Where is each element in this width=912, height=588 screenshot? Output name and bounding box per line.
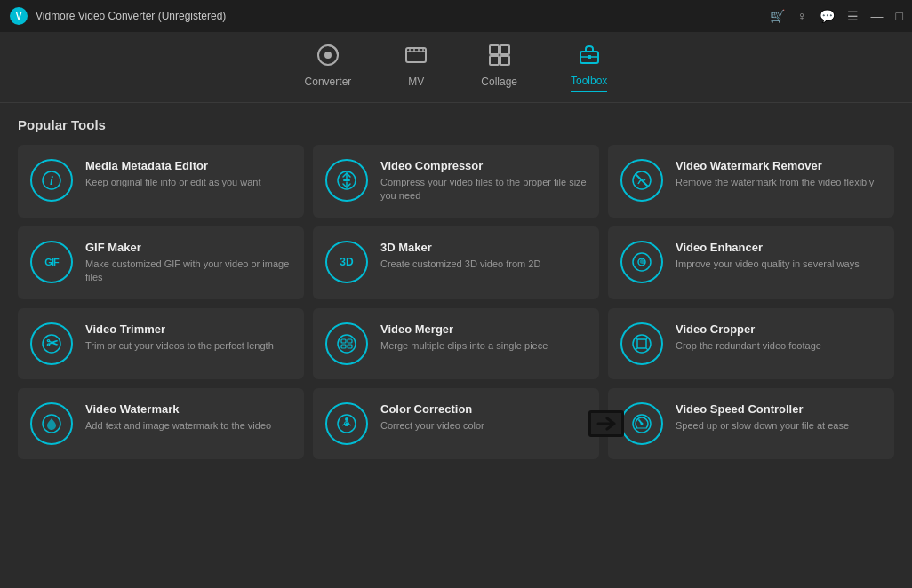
color-correction-text: Color Correction Correct your video colo… (380, 402, 484, 433)
app-logo-icon: V (9, 6, 28, 26)
section-title: Popular Tools (18, 117, 894, 132)
video-compressor-icon (325, 159, 368, 202)
tool-card-video-compressor[interactable]: Video Compressor Compress your video fil… (313, 145, 599, 218)
tool-card-video-enhancer[interactable]: Video Enhancer Improve your video qualit… (608, 226, 894, 299)
video-trimmer-icon: ✂ (30, 322, 73, 365)
app-title: Vidmore Video Converter (Unregistered) (36, 10, 226, 22)
tool-card-video-trimmer[interactable]: ✂ Video Trimmer Trim or cut your videos … (18, 308, 304, 379)
video-speed-controller-text: Video Speed Controller Speed up or slow … (676, 402, 849, 433)
video-trimmer-desc: Trim or cut your videos to the perfect l… (85, 339, 274, 353)
video-merger-desc: Merge multiple clips into a single piece (380, 339, 548, 353)
3d-maker-desc: Create customized 3D video from 2D (380, 258, 540, 271)
tab-toolbox[interactable]: Toolbox (571, 43, 607, 92)
svg-line-15 (636, 174, 648, 187)
video-watermark-icon (30, 402, 73, 445)
video-watermark-text: Video Watermark Add text and image water… (85, 402, 271, 433)
video-speed-controller-desc: Speed up or slow down your file at ease (676, 419, 849, 433)
video-speed-controller-name: Video Speed Controller (676, 402, 849, 416)
video-cropper-icon (620, 322, 663, 365)
color-correction-icon (325, 402, 368, 445)
video-enhancer-icon (620, 241, 663, 283)
svg-rect-8 (500, 56, 509, 65)
svg-point-20 (338, 335, 356, 353)
svg-rect-24 (348, 345, 352, 348)
gif-maker-desc: Make customized GIF with your video or i… (85, 258, 292, 285)
tool-card-video-cropper[interactable]: Video Cropper Crop the redundant video f… (608, 308, 894, 379)
tools-grid: i Media Metadata Editor Keep original fi… (18, 145, 894, 459)
toolbox-icon (578, 43, 601, 71)
svg-text:✂: ✂ (46, 336, 59, 351)
svg-point-3 (324, 52, 332, 59)
gif-maker-icon: GIF (30, 241, 73, 283)
tool-card-video-watermark[interactable]: Video Watermark Add text and image water… (18, 388, 304, 459)
svg-rect-23 (341, 345, 346, 348)
video-merger-text: Video Merger Merge multiple clips into a… (380, 322, 548, 353)
tool-card-gif-maker[interactable]: GIF GIF Maker Make customized GIF with y… (18, 226, 304, 299)
title-bar-left: V Vidmore Video Converter (Unregistered) (9, 6, 226, 26)
tab-collage[interactable]: Collage (481, 44, 517, 91)
video-enhancer-desc: Improve your video quality in several wa… (676, 258, 860, 271)
video-watermark-desc: Add text and image watermark to the vide… (85, 419, 271, 433)
tab-mv[interactable]: MV (404, 44, 428, 91)
media-metadata-editor-text: Media Metadata Editor Keep original file… (85, 159, 261, 189)
video-watermark-remover-name: Video Watermark Remover (676, 159, 874, 172)
collage-icon (488, 44, 511, 72)
svg-rect-21 (341, 339, 346, 343)
svg-rect-10 (588, 55, 591, 59)
video-enhancer-name: Video Enhancer (676, 241, 860, 254)
video-compressor-name: Video Compressor (380, 159, 587, 172)
color-correction-name: Color Correction (380, 402, 484, 416)
gif-maker-text: GIF Maker Make customized GIF with your … (85, 241, 292, 285)
mv-icon (404, 44, 428, 72)
svg-rect-7 (490, 56, 499, 65)
tool-card-video-merger[interactable]: Video Merger Merge multiple clips into a… (313, 308, 599, 379)
tool-card-video-speed-controller[interactable]: Video Speed Controller Speed up or slow … (608, 388, 894, 459)
mv-label: MV (408, 75, 424, 88)
3d-maker-name: 3D Maker (380, 241, 540, 254)
video-compressor-text: Video Compressor Compress your video fil… (380, 159, 587, 203)
collage-label: Collage (481, 75, 517, 88)
svg-text:i: i (50, 174, 53, 187)
tab-converter[interactable]: Converter (305, 44, 352, 91)
cart-icon[interactable]: 🛒 (770, 9, 785, 23)
profile-icon[interactable]: ♀ (797, 9, 807, 23)
minimize-icon[interactable]: — (871, 9, 884, 23)
video-cropper-name: Video Cropper (676, 322, 821, 336)
video-cropper-desc: Crop the redundant video footage (676, 339, 821, 353)
video-compressor-desc: Compress your video files to the proper … (380, 176, 587, 203)
tool-card-media-metadata-editor[interactable]: i Media Metadata Editor Keep original fi… (18, 145, 304, 218)
nav-bar: Converter MV Collage (0, 32, 912, 103)
video-watermark-remover-desc: Remove the watermark from the video flex… (676, 176, 874, 189)
video-speed-controller-icon (620, 402, 663, 445)
media-metadata-editor-name: Media Metadata Editor (85, 159, 261, 172)
tool-card-3d-maker[interactable]: 3D 3D Maker Create customized 3D video f… (313, 226, 599, 299)
menu-icon[interactable]: ☰ (847, 9, 859, 23)
chat-icon[interactable]: 💬 (820, 9, 835, 23)
video-watermark-remover-text: Video Watermark Remover Remove the water… (676, 159, 874, 189)
svg-rect-22 (348, 339, 352, 343)
title-bar-right: 🛒 ♀ 💬 ☰ — □ (770, 9, 903, 23)
media-metadata-editor-icon: i (30, 159, 73, 202)
video-watermark-name: Video Watermark (85, 402, 271, 416)
converter-label: Converter (305, 75, 352, 88)
media-metadata-editor-desc: Keep original file info or edit as you w… (85, 176, 261, 189)
title-bar: V Vidmore Video Converter (Unregistered)… (0, 0, 912, 32)
maximize-icon[interactable]: □ (896, 9, 903, 23)
color-correction-desc: Correct your video color (380, 419, 484, 433)
video-cropper-text: Video Cropper Crop the redundant video f… (676, 322, 821, 353)
tool-card-color-correction[interactable]: Color Correction Correct your video colo… (313, 388, 599, 459)
converter-icon (316, 44, 340, 72)
toolbox-label: Toolbox (571, 75, 607, 87)
svg-text:V: V (16, 12, 22, 21)
3d-maker-text: 3D Maker Create customized 3D video from… (380, 241, 540, 271)
video-watermark-remover-icon (620, 159, 663, 202)
tool-card-video-watermark-remover[interactable]: Video Watermark Remover Remove the water… (608, 145, 894, 218)
arrow-indicator (588, 410, 624, 437)
svg-rect-6 (500, 45, 509, 54)
video-trimmer-name: Video Trimmer (85, 322, 274, 336)
video-merger-name: Video Merger (380, 322, 548, 336)
video-enhancer-text: Video Enhancer Improve your video qualit… (676, 241, 860, 271)
video-trimmer-text: Video Trimmer Trim or cut your videos to… (85, 322, 274, 353)
gif-maker-name: GIF Maker (85, 241, 292, 254)
3d-maker-icon: 3D (325, 241, 368, 283)
